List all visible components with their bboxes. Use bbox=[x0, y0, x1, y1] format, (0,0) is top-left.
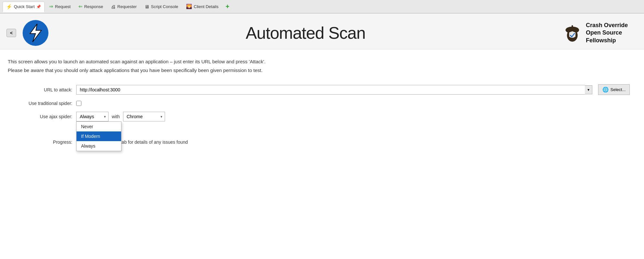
ajax-spider-dropdown-popup: Never If Modern Always bbox=[76, 121, 121, 151]
description-line2: Please be aware that you should only att… bbox=[8, 66, 636, 75]
add-tab-button[interactable]: + bbox=[223, 3, 232, 10]
app-logo bbox=[23, 20, 48, 46]
tab-quick-start[interactable]: ⚡ Quick Start 📌 bbox=[3, 2, 45, 12]
tab-response[interactable]: ⇐ Response bbox=[75, 2, 107, 11]
ajax-spider-group: Never If Modern Always ▾ Never If Modern… bbox=[76, 112, 165, 121]
tab-script-console[interactable]: 🖥 Script Console bbox=[141, 2, 182, 11]
description-line1: This screen allows you to launch an auto… bbox=[8, 57, 636, 66]
globe-icon: 🌐 bbox=[602, 87, 609, 93]
content-body: This screen allows you to launch an auto… bbox=[0, 49, 644, 158]
tab-bar: ⚡ Quick Start 📌 ⇒ Request ⇐ Response 🖨 R… bbox=[0, 0, 644, 14]
description: This screen allows you to launch an auto… bbox=[8, 57, 636, 75]
console-icon: 🖥 bbox=[144, 4, 149, 9]
select-button[interactable]: 🌐 Select... bbox=[598, 84, 630, 95]
dropdown-option-if-modern[interactable]: If Modern bbox=[77, 131, 121, 141]
url-row: URL to attack: ▾ 🌐 Select... bbox=[14, 84, 630, 95]
ajax-spider-select[interactable]: Never If Modern Always bbox=[76, 112, 109, 121]
logo-area bbox=[23, 20, 48, 46]
lightning-icon: ⚡ bbox=[6, 4, 12, 10]
tab-client-details[interactable]: 🌄 Client Details bbox=[183, 2, 222, 11]
url-dropdown-button[interactable]: ▾ bbox=[585, 85, 592, 94]
tab-request[interactable]: ⇒ Request bbox=[46, 2, 74, 11]
dropdown-option-always[interactable]: Always bbox=[77, 141, 121, 151]
image-icon: 🌄 bbox=[186, 4, 192, 9]
acorn-icon bbox=[563, 23, 582, 43]
tab-requester-label: Requester bbox=[117, 4, 137, 9]
url-input-group: ▾ bbox=[76, 85, 592, 95]
traditional-spider-row: Use traditional spider: bbox=[14, 101, 630, 106]
ajax-spider-row: Use ajax spider: Never If Modern Always … bbox=[14, 112, 630, 121]
response-arrow-icon: ⇐ bbox=[78, 4, 83, 9]
printer-icon: 🖨 bbox=[111, 4, 116, 9]
chrome-select-wrapper: Chrome Firefox Safari HtmlUnit ▾ bbox=[123, 112, 165, 121]
tab-quick-start-label: Quick Start bbox=[14, 4, 35, 9]
main-content: < Automated Scan Crash Override Open bbox=[0, 14, 644, 259]
tab-script-console-label: Script Console bbox=[151, 4, 178, 9]
traditional-spider-label: Use traditional spider: bbox=[14, 101, 72, 106]
ajax-spider-label: Use ajax spider: bbox=[14, 114, 72, 119]
brand-area: Crash Override Open Source Fellowship bbox=[563, 22, 638, 44]
back-button[interactable]: < bbox=[6, 29, 16, 37]
tab-requester[interactable]: 🖨 Requester bbox=[108, 2, 140, 11]
svg-rect-2 bbox=[572, 25, 573, 29]
dropdown-option-never[interactable]: Never bbox=[77, 122, 121, 131]
tab-request-label: Request bbox=[55, 4, 70, 9]
url-label: URL to attack: bbox=[14, 87, 72, 92]
url-input[interactable] bbox=[76, 85, 585, 95]
stop-row: Stop bbox=[76, 125, 630, 134]
form-section: URL to attack: ▾ 🌐 Select... Use traditi… bbox=[8, 84, 636, 145]
with-label: with bbox=[112, 114, 120, 119]
tab-client-details-label: Client Details bbox=[194, 4, 219, 9]
header-area: < Automated Scan Crash Override Open bbox=[0, 14, 644, 49]
ajax-spider-select-wrapper: Never If Modern Always ▾ bbox=[76, 112, 109, 121]
request-arrow-icon: ⇒ bbox=[49, 4, 53, 9]
lightning-logo-icon bbox=[27, 23, 45, 43]
svg-marker-0 bbox=[30, 24, 41, 42]
brand-name: Crash Override Open Source Fellowship bbox=[586, 22, 638, 44]
progress-label: Progress: bbox=[14, 140, 72, 145]
chrome-select[interactable]: Chrome Firefox Safari HtmlUnit bbox=[123, 112, 165, 121]
tab-response-label: Response bbox=[84, 4, 103, 9]
select-button-label: Select... bbox=[610, 87, 626, 92]
pin-icon: 📌 bbox=[36, 5, 41, 9]
page-title: Automated Scan bbox=[48, 23, 563, 43]
traditional-spider-checkbox[interactable] bbox=[76, 101, 81, 106]
